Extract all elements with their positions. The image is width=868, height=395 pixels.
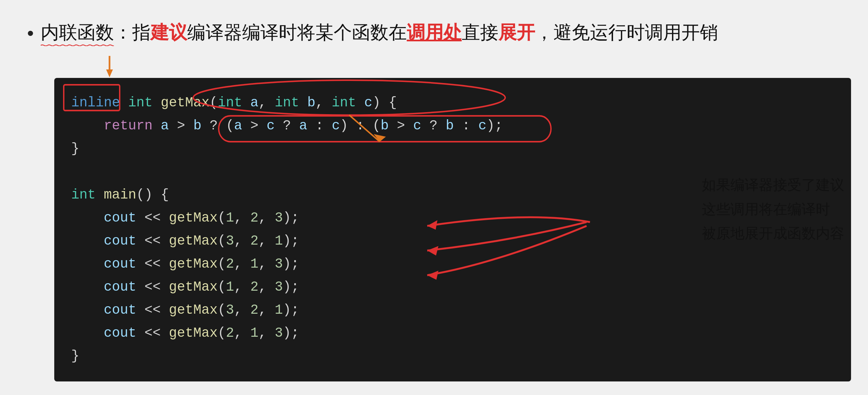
avoid-text: ，避免运行时调用开销: [535, 20, 718, 44]
svg-marker-1: [106, 69, 113, 77]
zhijie-text: 直接: [462, 20, 498, 44]
code-line-8: cout << getMax(2, 1, 3);: [71, 253, 834, 276]
code-line-11: cout << getMax(2, 1, 3);: [71, 322, 834, 345]
slide-content: • 内联函数 ：指 建议 编译器编译时将某个函数在 调用处 直接 展开 ，避免运…: [27, 20, 841, 381]
code-line-10: cout << getMax(3, 2, 1);: [71, 299, 834, 322]
annotation-line-2: 这些调用将在编译时: [702, 197, 844, 221]
inline-func-label: 内联函数: [41, 20, 114, 44]
code-line-9: cout << getMax(1, 2, 3);: [71, 276, 834, 299]
annotation-line-3: 被原地展开成函数内容: [702, 221, 844, 245]
zhankao-text: 展开: [498, 20, 535, 44]
colon-text: ：指: [114, 20, 151, 44]
orange-arrow-svg: [104, 54, 115, 78]
diaoyongchu-text: 调用处: [407, 20, 462, 44]
code-line-1: inline int getMax(int a, int b, int c) {: [71, 91, 834, 115]
code-block-wrapper: inline int getMax(int a, int b, int c) {…: [54, 54, 841, 381]
bullet-line: • 内联函数 ：指 建议 编译器编译时将某个函数在 调用处 直接 展开 ，避免运…: [27, 20, 841, 44]
code-line-2: return a > b ? (a > c ? a : c) : (b > c …: [71, 115, 834, 138]
annotation-box: 如果编译器接受了建议 这些调用将在编译时 被原地展开成函数内容: [702, 173, 844, 245]
annotation-line-1: 如果编译器接受了建议: [702, 173, 844, 197]
code-line-3: }: [71, 138, 834, 161]
jianyi-text: 建议: [151, 20, 187, 44]
code-block: inline int getMax(int a, int b, int c) {…: [54, 78, 851, 381]
compiler-text: 编译器编译时将某个函数在: [187, 20, 407, 44]
code-line-12: }: [71, 345, 834, 368]
bullet-dot: •: [27, 24, 34, 43]
bullet-text: 内联函数 ：指 建议 编译器编译时将某个函数在 调用处 直接 展开 ，避免运行时…: [41, 20, 718, 44]
